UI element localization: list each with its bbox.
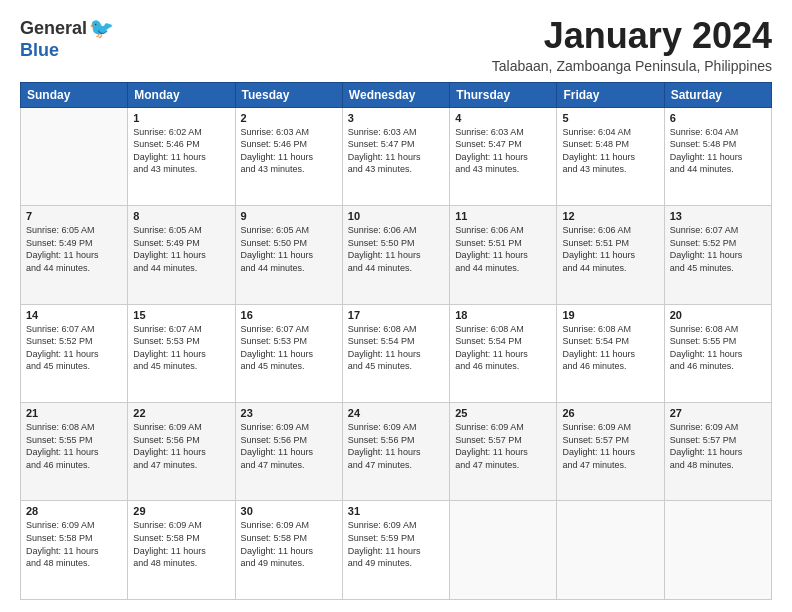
day-info: Sunrise: 6:07 AM Sunset: 5:52 PM Dayligh…	[670, 224, 766, 274]
logo-blue-text: Blue	[20, 40, 59, 61]
header: General 🐦 Blue January 2024 Talabaan, Za…	[20, 16, 772, 74]
day-info: Sunrise: 6:08 AM Sunset: 5:54 PM Dayligh…	[348, 323, 444, 373]
day-info: Sunrise: 6:09 AM Sunset: 5:59 PM Dayligh…	[348, 519, 444, 569]
day-number: 15	[133, 309, 229, 321]
day-info: Sunrise: 6:02 AM Sunset: 5:46 PM Dayligh…	[133, 126, 229, 176]
day-info: Sunrise: 6:05 AM Sunset: 5:49 PM Dayligh…	[26, 224, 122, 274]
calendar-cell: 14Sunrise: 6:07 AM Sunset: 5:52 PM Dayli…	[21, 304, 128, 402]
day-number: 10	[348, 210, 444, 222]
day-info: Sunrise: 6:06 AM Sunset: 5:51 PM Dayligh…	[562, 224, 658, 274]
day-info: Sunrise: 6:09 AM Sunset: 5:57 PM Dayligh…	[670, 421, 766, 471]
day-info: Sunrise: 6:09 AM Sunset: 5:56 PM Dayligh…	[348, 421, 444, 471]
day-number: 31	[348, 505, 444, 517]
calendar-cell: 19Sunrise: 6:08 AM Sunset: 5:54 PM Dayli…	[557, 304, 664, 402]
calendar-week-1: 1Sunrise: 6:02 AM Sunset: 5:46 PM Daylig…	[21, 107, 772, 205]
calendar-cell: 17Sunrise: 6:08 AM Sunset: 5:54 PM Dayli…	[342, 304, 449, 402]
title-block: January 2024 Talabaan, Zamboanga Peninsu…	[492, 16, 772, 74]
day-info: Sunrise: 6:05 AM Sunset: 5:49 PM Dayligh…	[133, 224, 229, 274]
day-info: Sunrise: 6:09 AM Sunset: 5:56 PM Dayligh…	[241, 421, 337, 471]
day-info: Sunrise: 6:09 AM Sunset: 5:58 PM Dayligh…	[26, 519, 122, 569]
calendar-cell: 5Sunrise: 6:04 AM Sunset: 5:48 PM Daylig…	[557, 107, 664, 205]
calendar-cell	[21, 107, 128, 205]
day-number: 21	[26, 407, 122, 419]
day-number: 23	[241, 407, 337, 419]
calendar-cell: 13Sunrise: 6:07 AM Sunset: 5:52 PM Dayli…	[664, 206, 771, 304]
day-number: 3	[348, 112, 444, 124]
calendar-cell: 11Sunrise: 6:06 AM Sunset: 5:51 PM Dayli…	[450, 206, 557, 304]
calendar-cell: 18Sunrise: 6:08 AM Sunset: 5:54 PM Dayli…	[450, 304, 557, 402]
calendar-subtitle: Talabaan, Zamboanga Peninsula, Philippin…	[492, 58, 772, 74]
calendar-body: 1Sunrise: 6:02 AM Sunset: 5:46 PM Daylig…	[21, 107, 772, 599]
day-number: 7	[26, 210, 122, 222]
calendar-cell	[450, 501, 557, 600]
day-number: 19	[562, 309, 658, 321]
calendar-cell: 29Sunrise: 6:09 AM Sunset: 5:58 PM Dayli…	[128, 501, 235, 600]
calendar-cell: 3Sunrise: 6:03 AM Sunset: 5:47 PM Daylig…	[342, 107, 449, 205]
calendar-cell: 16Sunrise: 6:07 AM Sunset: 5:53 PM Dayli…	[235, 304, 342, 402]
calendar-cell: 8Sunrise: 6:05 AM Sunset: 5:49 PM Daylig…	[128, 206, 235, 304]
logo: General 🐦 Blue	[20, 16, 114, 61]
day-number: 26	[562, 407, 658, 419]
day-number: 9	[241, 210, 337, 222]
calendar-week-5: 28Sunrise: 6:09 AM Sunset: 5:58 PM Dayli…	[21, 501, 772, 600]
calendar-cell: 9Sunrise: 6:05 AM Sunset: 5:50 PM Daylig…	[235, 206, 342, 304]
day-number: 17	[348, 309, 444, 321]
calendar-cell: 12Sunrise: 6:06 AM Sunset: 5:51 PM Dayli…	[557, 206, 664, 304]
day-number: 28	[26, 505, 122, 517]
day-info: Sunrise: 6:03 AM Sunset: 5:47 PM Dayligh…	[348, 126, 444, 176]
day-number: 1	[133, 112, 229, 124]
day-info: Sunrise: 6:06 AM Sunset: 5:51 PM Dayligh…	[455, 224, 551, 274]
day-number: 18	[455, 309, 551, 321]
calendar-cell: 30Sunrise: 6:09 AM Sunset: 5:58 PM Dayli…	[235, 501, 342, 600]
day-number: 22	[133, 407, 229, 419]
day-info: Sunrise: 6:09 AM Sunset: 5:57 PM Dayligh…	[562, 421, 658, 471]
calendar-cell: 22Sunrise: 6:09 AM Sunset: 5:56 PM Dayli…	[128, 403, 235, 501]
day-info: Sunrise: 6:06 AM Sunset: 5:50 PM Dayligh…	[348, 224, 444, 274]
day-info: Sunrise: 6:03 AM Sunset: 5:46 PM Dayligh…	[241, 126, 337, 176]
calendar-cell: 1Sunrise: 6:02 AM Sunset: 5:46 PM Daylig…	[128, 107, 235, 205]
calendar-cell	[557, 501, 664, 600]
day-number: 27	[670, 407, 766, 419]
calendar-cell: 6Sunrise: 6:04 AM Sunset: 5:48 PM Daylig…	[664, 107, 771, 205]
calendar-cell: 31Sunrise: 6:09 AM Sunset: 5:59 PM Dayli…	[342, 501, 449, 600]
logo-bird-icon: 🐦	[89, 16, 114, 40]
day-info: Sunrise: 6:07 AM Sunset: 5:52 PM Dayligh…	[26, 323, 122, 373]
day-info: Sunrise: 6:05 AM Sunset: 5:50 PM Dayligh…	[241, 224, 337, 274]
logo-general-text: General	[20, 18, 87, 39]
day-number: 29	[133, 505, 229, 517]
day-info: Sunrise: 6:04 AM Sunset: 5:48 PM Dayligh…	[562, 126, 658, 176]
page: General 🐦 Blue January 2024 Talabaan, Za…	[0, 0, 792, 612]
calendar-week-4: 21Sunrise: 6:08 AM Sunset: 5:55 PM Dayli…	[21, 403, 772, 501]
day-info: Sunrise: 6:09 AM Sunset: 5:58 PM Dayligh…	[133, 519, 229, 569]
calendar-cell: 28Sunrise: 6:09 AM Sunset: 5:58 PM Dayli…	[21, 501, 128, 600]
calendar-header-thursday: Thursday	[450, 82, 557, 107]
calendar-cell: 24Sunrise: 6:09 AM Sunset: 5:56 PM Dayli…	[342, 403, 449, 501]
calendar-table: SundayMondayTuesdayWednesdayThursdayFrid…	[20, 82, 772, 600]
calendar-header-tuesday: Tuesday	[235, 82, 342, 107]
day-number: 4	[455, 112, 551, 124]
day-number: 2	[241, 112, 337, 124]
day-number: 13	[670, 210, 766, 222]
day-number: 8	[133, 210, 229, 222]
calendar-cell: 26Sunrise: 6:09 AM Sunset: 5:57 PM Dayli…	[557, 403, 664, 501]
day-info: Sunrise: 6:08 AM Sunset: 5:54 PM Dayligh…	[455, 323, 551, 373]
calendar-cell: 7Sunrise: 6:05 AM Sunset: 5:49 PM Daylig…	[21, 206, 128, 304]
day-number: 20	[670, 309, 766, 321]
day-info: Sunrise: 6:07 AM Sunset: 5:53 PM Dayligh…	[241, 323, 337, 373]
calendar-header-wednesday: Wednesday	[342, 82, 449, 107]
day-number: 6	[670, 112, 766, 124]
day-info: Sunrise: 6:09 AM Sunset: 5:56 PM Dayligh…	[133, 421, 229, 471]
day-number: 14	[26, 309, 122, 321]
calendar-cell: 4Sunrise: 6:03 AM Sunset: 5:47 PM Daylig…	[450, 107, 557, 205]
calendar-header-row: SundayMondayTuesdayWednesdayThursdayFrid…	[21, 82, 772, 107]
calendar-cell: 10Sunrise: 6:06 AM Sunset: 5:50 PM Dayli…	[342, 206, 449, 304]
calendar-title: January 2024	[492, 16, 772, 56]
day-info: Sunrise: 6:08 AM Sunset: 5:54 PM Dayligh…	[562, 323, 658, 373]
day-number: 11	[455, 210, 551, 222]
calendar-week-2: 7Sunrise: 6:05 AM Sunset: 5:49 PM Daylig…	[21, 206, 772, 304]
calendar-cell: 27Sunrise: 6:09 AM Sunset: 5:57 PM Dayli…	[664, 403, 771, 501]
calendar-cell: 2Sunrise: 6:03 AM Sunset: 5:46 PM Daylig…	[235, 107, 342, 205]
day-number: 25	[455, 407, 551, 419]
day-number: 5	[562, 112, 658, 124]
day-number: 24	[348, 407, 444, 419]
